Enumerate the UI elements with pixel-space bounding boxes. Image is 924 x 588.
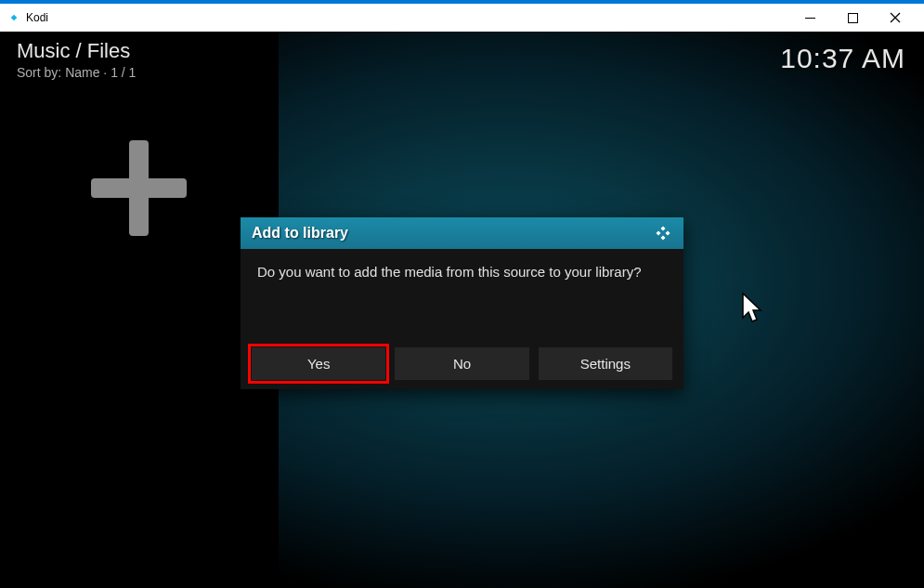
settings-button[interactable]: Settings: [539, 347, 672, 380]
sort-info: Sort by: Name · 1 / 1: [17, 65, 136, 80]
svg-marker-10: [657, 231, 661, 236]
left-panel: [0, 32, 279, 588]
svg-rect-6: [91, 178, 187, 198]
close-button[interactable]: [874, 4, 917, 32]
titlebar-left: Kodi: [7, 11, 48, 24]
add-to-library-dialog: Add to library Do you want to add the me…: [241, 217, 683, 389]
kodi-app-icon: [7, 11, 20, 24]
window-titlebar: Kodi: [0, 4, 924, 32]
svg-rect-2: [848, 13, 857, 22]
window-controls: [788, 4, 917, 32]
minimize-button[interactable]: [788, 4, 831, 32]
dialog-title: Add to library: [252, 225, 348, 242]
yes-button[interactable]: Yes: [252, 347, 385, 380]
add-source-tile[interactable]: [91, 140, 187, 236]
breadcrumb: Music / Files: [17, 39, 136, 63]
maximize-button[interactable]: [831, 4, 874, 32]
svg-marker-8: [666, 231, 670, 236]
kodi-main-content: Music / Files Sort by: Name · 1 / 1 10:3…: [0, 32, 924, 588]
dialog-header: Add to library: [241, 217, 683, 249]
kodi-logo-icon: [654, 224, 672, 242]
dialog-message: Do you want to add the media from this s…: [257, 262, 667, 281]
dialog-buttons: Yes No Settings: [241, 342, 683, 389]
dialog-body: Do you want to add the media from this s…: [241, 249, 683, 342]
svg-marker-9: [661, 236, 666, 241]
no-button[interactable]: No: [395, 347, 528, 380]
svg-marker-7: [661, 227, 666, 231]
app-title: Kodi: [26, 11, 48, 24]
svg-rect-0: [11, 15, 18, 21]
content-header: Music / Files Sort by: Name · 1 / 1: [17, 39, 136, 80]
clock: 10:37 AM: [780, 43, 905, 74]
cursor-icon: [740, 292, 766, 327]
